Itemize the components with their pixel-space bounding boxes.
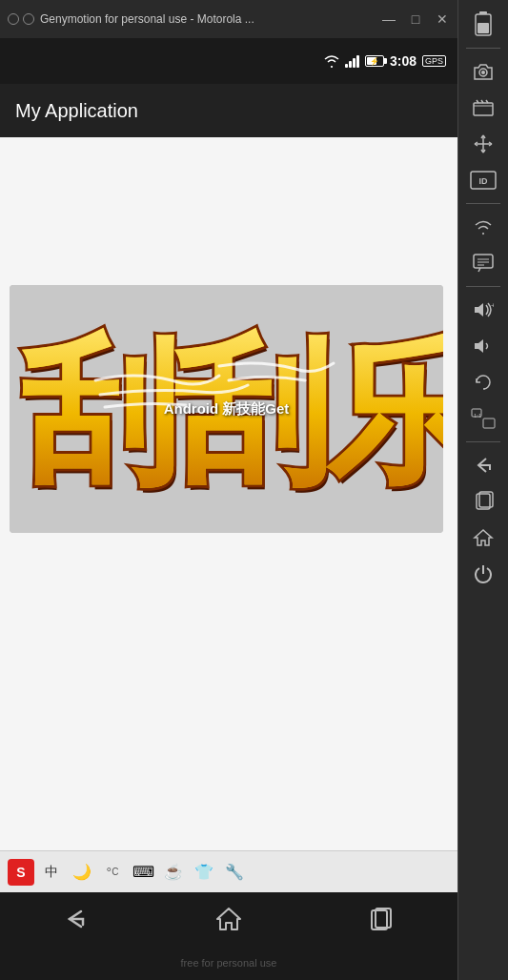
scale-sidebar-icon[interactable]: 1:1 <box>464 401 502 436</box>
shirt-icon[interactable]: 👕 <box>191 859 217 886</box>
dot-1 <box>8 13 19 25</box>
recents-nav-button[interactable] <box>343 900 419 938</box>
battery-status-icon: ⚡ <box>365 55 384 67</box>
rotate-sidebar-icon[interactable] <box>464 365 502 399</box>
sidebar-divider-1 <box>466 48 500 49</box>
status-time: 3:08 <box>390 53 417 69</box>
minimize-button[interactable]: — <box>381 11 396 27</box>
title-bar-left: Genymotion for personal use - Motorola .… <box>8 12 254 26</box>
volume-up-sidebar-icon[interactable]: + <box>464 293 502 327</box>
app-bar: My Application <box>0 84 457 137</box>
title-dots <box>8 13 34 25</box>
home-sidebar-icon[interactable] <box>464 521 502 555</box>
svg-rect-2 <box>478 23 489 33</box>
cup-icon[interactable]: ☕ <box>160 859 187 886</box>
status-bar: ⚡ 3:08 GPS <box>0 38 457 84</box>
nav-bar <box>0 892 457 946</box>
signal-bar-1 <box>345 64 348 68</box>
recents-sidebar-icon[interactable] <box>464 484 502 519</box>
home-nav-button[interactable] <box>191 900 267 938</box>
window-title: Genymotion for personal use - Motorola .… <box>40 12 254 26</box>
svg-text:ID: ID <box>479 176 489 186</box>
wifi-sidebar-icon[interactable] <box>464 210 502 244</box>
chinese-art: 刮刮乐 刮刮乐 刮刮乐 <box>10 285 443 533</box>
watermark-text: free for personal use <box>181 957 277 969</box>
chat-sidebar-icon[interactable] <box>464 246 502 280</box>
gps-badge: GPS <box>422 55 446 67</box>
sidebar-divider-2 <box>466 203 500 204</box>
svg-text:刮刮乐: 刮刮乐 <box>21 326 443 500</box>
signal-bar-4 <box>356 55 359 68</box>
chinese-input-icon[interactable]: 中 <box>38 859 65 886</box>
battery-sidebar-icon[interactable] <box>464 8 502 42</box>
volume-down-sidebar-icon[interactable] <box>464 329 502 363</box>
svg-rect-5 <box>474 103 493 115</box>
signal-bar-3 <box>353 58 356 68</box>
title-bar: Genymotion for personal use - Motorola .… <box>0 0 457 38</box>
right-sidebar: ID + <box>457 0 508 980</box>
svg-point-4 <box>481 71 485 74</box>
id-sidebar-icon[interactable]: ID <box>464 163 502 197</box>
keyboard-icon[interactable]: ⌨ <box>130 859 156 886</box>
maximize-button[interactable]: □ <box>408 11 423 27</box>
sogou-icon[interactable]: S <box>8 859 34 886</box>
power-sidebar-icon[interactable] <box>464 557 502 591</box>
back-sidebar-icon[interactable] <box>464 448 502 482</box>
night-mode-icon[interactable]: 🌙 <box>69 859 95 886</box>
dot-2 <box>23 13 34 25</box>
status-icons: ⚡ 3:08 GPS <box>324 53 446 69</box>
watermark-bar: free for personal use <box>0 946 457 980</box>
signal-bar-2 <box>349 61 352 68</box>
title-controls: — □ ✕ <box>381 11 450 27</box>
degree-icon[interactable]: °C <box>99 859 126 886</box>
video-sidebar-icon[interactable] <box>464 91 502 125</box>
close-button[interactable]: ✕ <box>435 11 450 27</box>
wrench-icon[interactable]: 🔧 <box>221 859 248 886</box>
sidebar-divider-4 <box>466 441 500 442</box>
svg-rect-19 <box>483 419 495 428</box>
image-container: 刮刮乐 刮刮乐 刮刮乐 <box>10 285 443 533</box>
phone-screen: ⚡ 3:08 GPS My Application 刮刮乐 <box>0 38 457 980</box>
svg-rect-12 <box>474 255 493 268</box>
signal-bars <box>345 54 359 68</box>
app-title: My Application <box>15 100 138 122</box>
chinese-text-svg: 刮刮乐 刮刮乐 刮刮乐 <box>10 285 443 533</box>
camera-sidebar-icon[interactable] <box>464 54 502 89</box>
ime-toolbar: S 中 🌙 °C ⌨ ☕ 👕 🔧 <box>0 850 457 892</box>
back-nav-button[interactable] <box>38 900 114 938</box>
wifi-status-icon <box>324 54 339 68</box>
sidebar-divider-3 <box>466 286 500 287</box>
move-sidebar-icon[interactable] <box>464 127 502 161</box>
svg-text:+: + <box>491 301 494 310</box>
